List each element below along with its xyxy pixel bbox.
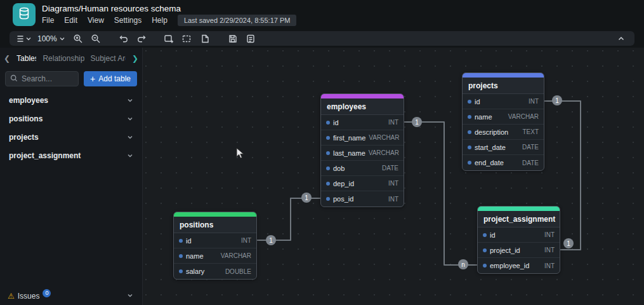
sidebar-item-project_assignment[interactable]: project_assignment	[0, 146, 142, 165]
relationship-positions-employees[interactable]	[257, 198, 320, 240]
database-icon	[17, 6, 31, 23]
field-name: last_name	[333, 149, 365, 157]
issues-label: Issues	[18, 292, 40, 301]
collapse-header-icon[interactable]	[614, 32, 628, 45]
field-key-icon	[483, 248, 487, 252]
todo-list-icon[interactable]	[244, 32, 258, 45]
field-key-icon	[326, 136, 330, 140]
table-field-row[interactable]: pos_idINT	[321, 191, 404, 207]
cardinality-badge: n	[458, 259, 468, 269]
field-key-icon	[179, 239, 183, 243]
table-name: positions	[174, 217, 256, 233]
warning-icon: ⚠	[8, 292, 15, 300]
field-key-icon	[468, 115, 471, 119]
last-saved-badge: Last saved 2/29/2024, 8:55:17 PM	[178, 15, 297, 26]
cardinality-badge: 1	[301, 193, 312, 203]
field-type: DATE	[382, 165, 398, 172]
field-key-icon	[483, 233, 487, 237]
save-icon[interactable]	[226, 32, 240, 45]
redo-icon[interactable]	[135, 32, 148, 45]
sidebar-item-label: positions	[9, 114, 43, 123]
table-name: project_assignment	[478, 211, 560, 227]
field-type: TEXT	[522, 128, 539, 135]
diagram-table-project_assignment[interactable]: project_assignmentidINTproject_idINTempl…	[477, 206, 560, 274]
menu-help[interactable]: Help	[147, 15, 173, 26]
svg-text:1: 1	[269, 237, 273, 244]
table-field-row[interactable]: start_dateDATE	[463, 140, 544, 155]
field-key-icon	[326, 121, 330, 125]
chevron-down-icon	[126, 133, 134, 141]
search-input[interactable]	[22, 74, 74, 83]
app-logo	[13, 3, 36, 26]
add-note-icon[interactable]	[198, 32, 212, 45]
diagram-table-projects[interactable]: projectsidINTnameVARCHARdescriptionTEXTs…	[462, 72, 544, 171]
table-field-row[interactable]: descriptionTEXT	[463, 125, 544, 140]
table-field-row[interactable]: idINT	[463, 94, 544, 109]
table-field-row[interactable]: first_nameVARCHAR	[321, 130, 404, 146]
diagram-table-employees[interactable]: employeesidINTfirst_nameVARCHARlast_name…	[320, 93, 404, 207]
menu-file[interactable]: File	[37, 15, 59, 26]
zoom-in-icon[interactable]	[71, 32, 85, 45]
menu-edit[interactable]: Edit	[59, 15, 82, 26]
tabs-scroll-right-icon[interactable]: ❯	[132, 55, 138, 62]
table-field-row[interactable]: end_dateDATE	[463, 155, 544, 170]
add-table-icon[interactable]	[162, 32, 176, 45]
field-key-icon	[468, 100, 471, 104]
zoom-out-icon[interactable]	[89, 32, 103, 45]
sidebar-tabs: ❮ Tables Relationships Subject Are ❯	[0, 50, 142, 67]
sidebar-item-projects[interactable]: projects	[0, 128, 142, 146]
search-row: + Add table	[0, 67, 142, 91]
table-field-row[interactable]: dobDATE	[321, 161, 404, 176]
tabs-scroll-left-icon[interactable]: ❮	[4, 55, 10, 62]
sidebar-item-employees[interactable]: employees	[0, 91, 142, 109]
menu-settings[interactable]: Settings	[109, 15, 147, 26]
zoom-dropdown[interactable]: 100%	[35, 34, 67, 43]
field-type: VARCHAR	[369, 149, 399, 156]
field-name: id	[490, 231, 496, 239]
menu-view[interactable]: View	[82, 15, 109, 26]
canvas[interactable]: 111n11 employeesidINTfirst_nameVARCHARla…	[143, 48, 644, 305]
field-name: name	[186, 252, 204, 260]
diagram-list-icon[interactable]	[16, 32, 31, 45]
sidebar-item-positions[interactable]: positions	[0, 109, 142, 128]
field-name: name	[475, 113, 492, 121]
table-field-row[interactable]: project_idINT	[478, 243, 560, 258]
chevron-down-icon	[126, 97, 134, 104]
field-type: INT	[241, 237, 251, 244]
field-key-icon	[326, 166, 330, 170]
field-name: salary	[186, 268, 204, 275]
add-area-icon[interactable]	[180, 32, 194, 45]
zoom-level: 100%	[37, 34, 57, 43]
sidebar: ❮ Tables Relationships Subject Are ❯ + A…	[0, 48, 143, 305]
chevron-down-icon	[126, 115, 134, 123]
table-field-row[interactable]: nameVARCHAR	[463, 109, 544, 125]
field-key-icon	[468, 161, 471, 165]
document-title: Diagrams/Human resources schema	[42, 4, 296, 14]
table-field-row[interactable]: salaryDOUBLE	[174, 264, 256, 279]
tab-relationships[interactable]: Relationships	[43, 54, 84, 63]
field-key-icon	[483, 264, 487, 268]
table-field-row[interactable]: employee_idINT	[478, 258, 560, 273]
field-name: first_name	[333, 134, 365, 142]
field-key-icon	[326, 182, 330, 186]
undo-icon[interactable]	[117, 32, 131, 45]
svg-text:1: 1	[555, 97, 559, 104]
table-field-row[interactable]: idINT	[174, 233, 256, 248]
table-field-row[interactable]: last_nameVARCHAR	[321, 146, 404, 161]
table-field-row[interactable]: dep_idINT	[321, 176, 404, 191]
table-field-row[interactable]: idINT	[478, 227, 560, 243]
add-table-button[interactable]: + Add table	[84, 71, 137, 86]
field-name: start_date	[475, 144, 506, 151]
table-color-strip	[174, 212, 256, 217]
diagram-table-positions[interactable]: positionsidINTnameVARCHARsalaryDOUBLE	[173, 212, 257, 280]
field-name: project_id	[490, 247, 520, 254]
field-type: DATE	[522, 144, 539, 151]
tab-tables[interactable]: Tables	[16, 54, 36, 63]
tab-subject-areas[interactable]: Subject Are	[91, 54, 126, 63]
search-box[interactable]	[5, 71, 79, 86]
field-key-icon	[468, 146, 471, 149]
issues-row[interactable]: ⚠ Issues 0	[0, 287, 142, 305]
table-field-row[interactable]: idINT	[321, 115, 404, 130]
field-type: INT	[529, 98, 539, 105]
table-field-row[interactable]: nameVARCHAR	[174, 248, 256, 264]
